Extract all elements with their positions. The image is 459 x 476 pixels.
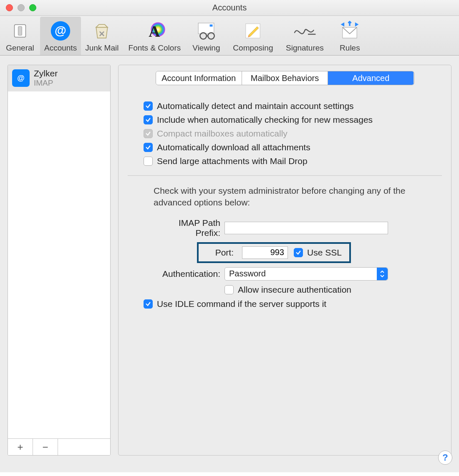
toolbar-item-viewing[interactable]: Viewing <box>186 17 226 55</box>
account-name: Zylker <box>34 68 58 78</box>
toolbar-item-junk-mail[interactable]: Junk Mail <box>81 17 123 55</box>
svg-text:@: @ <box>55 24 66 37</box>
check-include-checking[interactable]: Include when automatically checking for … <box>144 115 442 125</box>
port-ssl-highlight: Port: Use SSL <box>197 242 351 263</box>
signatures-icon <box>293 19 316 43</box>
unchecked-checkbox-icon <box>144 157 153 166</box>
close-window-button[interactable] <box>6 4 13 11</box>
authentication-select[interactable]: Password <box>224 267 388 281</box>
toolbar-item-label: Signatures <box>286 43 324 53</box>
imap-prefix-label: IMAP Path Prefix: <box>154 218 224 238</box>
divider <box>128 175 442 176</box>
imap-prefix-input[interactable] <box>224 222 388 234</box>
port-label: Port: <box>203 248 236 258</box>
account-tabs: Account Information Mailbox Behaviors Ad… <box>156 71 414 85</box>
minimize-window-button[interactable] <box>18 4 25 11</box>
checked-checkbox-disabled-icon <box>144 129 153 138</box>
rules-icon <box>338 19 361 43</box>
footer-spacer <box>58 439 110 455</box>
port-input[interactable] <box>242 246 288 259</box>
advanced-note: Check with your system administrator bef… <box>154 185 433 209</box>
updown-arrows-icon <box>377 268 388 280</box>
svg-text:A: A <box>149 23 160 40</box>
toolbar-item-fonts-colors[interactable]: A Fonts & Colors <box>123 17 186 55</box>
toolbar-item-signatures[interactable]: Signatures <box>280 17 330 55</box>
check-label: Use IDLE command if the server supports … <box>157 299 326 309</box>
allow-insecure-check[interactable]: Allow insecure authentication <box>224 285 351 295</box>
remove-account-button[interactable]: − <box>33 439 58 455</box>
viewing-icon <box>194 19 218 43</box>
toolbar-item-label: General <box>6 43 34 53</box>
check-auto-download[interactable]: Automatically download all attachments <box>144 142 442 152</box>
check-label: Send large attachments with Mail Drop <box>157 156 308 166</box>
accounts-sidebar: @ Zylker IMAP + − <box>8 65 111 456</box>
tab-account-information[interactable]: Account Information <box>156 71 242 85</box>
check-auto-detect[interactable]: Automatically detect and maintain accoun… <box>144 101 442 111</box>
add-account-button[interactable]: + <box>8 439 33 455</box>
check-label: Automatically download all attachments <box>157 142 310 152</box>
allow-insecure-row: Allow insecure authentication <box>154 285 442 295</box>
at-sign-icon: @ <box>12 69 30 87</box>
checked-checkbox-icon <box>144 143 153 152</box>
checked-checkbox-icon <box>144 299 153 309</box>
check-label: Automatically detect and maintain accoun… <box>157 101 354 111</box>
junk-mail-icon <box>90 19 113 43</box>
svg-rect-1 <box>18 27 22 35</box>
preferences-body: @ Zylker IMAP + − Account Information Ma… <box>0 56 459 472</box>
toolbar-item-accounts[interactable]: @ Accounts <box>40 17 81 55</box>
use-ssl-label: Use SSL <box>307 248 342 258</box>
question-mark-icon: ? <box>442 452 448 463</box>
titlebar: Accounts <box>0 0 459 16</box>
check-compact-mailboxes: Compact mailboxes automatically <box>144 129 442 139</box>
accounts-footer: + − <box>8 438 110 455</box>
at-sign-icon: @ <box>49 19 72 43</box>
check-label: Compact mailboxes automatically <box>157 129 288 139</box>
toolbar-item-label: Fonts & Colors <box>129 43 181 53</box>
composing-icon <box>241 19 265 43</box>
svg-text:@: @ <box>17 74 25 82</box>
toolbar-item-label: Rules <box>340 43 360 53</box>
checked-checkbox-icon <box>144 115 153 124</box>
account-settings-panel: Account Information Mailbox Behaviors Ad… <box>118 65 451 456</box>
authentication-row: Authentication: Password <box>154 267 442 281</box>
toolbar-item-label: Viewing <box>192 43 220 53</box>
imap-prefix-row: IMAP Path Prefix: <box>154 218 442 238</box>
tab-mailbox-behaviors[interactable]: Mailbox Behaviors <box>242 71 328 85</box>
check-mail-drop[interactable]: Send large attachments with Mail Drop <box>144 156 442 166</box>
traffic-lights <box>6 4 36 11</box>
preferences-toolbar: General @ Accounts Junk Mail <box>0 16 459 56</box>
port-row: Port: Use SSL <box>154 242 442 263</box>
account-type: IMAP <box>34 78 58 88</box>
checked-checkbox-icon <box>144 101 153 111</box>
toolbar-item-label: Accounts <box>44 43 77 53</box>
svg-rect-9 <box>210 25 213 27</box>
checked-checkbox-icon <box>294 248 303 257</box>
tab-advanced[interactable]: Advanced <box>328 71 414 85</box>
toolbar-item-composing[interactable]: Composing <box>226 17 280 55</box>
authentication-label: Authentication: <box>154 269 224 279</box>
minus-icon: − <box>42 441 48 453</box>
toolbar-item-rules[interactable]: Rules <box>330 17 370 55</box>
toolbar-item-label: Junk Mail <box>85 43 119 53</box>
window-title: Accounts <box>0 3 459 13</box>
unchecked-checkbox-icon <box>224 285 234 294</box>
toolbar-item-label: Composing <box>233 43 273 53</box>
zoom-window-button[interactable] <box>29 4 36 11</box>
fonts-colors-icon: A <box>143 19 166 43</box>
check-use-idle[interactable]: Use IDLE command if the server supports … <box>144 299 442 309</box>
check-label: Include when automatically checking for … <box>157 115 373 125</box>
help-button[interactable]: ? <box>438 451 452 465</box>
use-ssl-check[interactable]: Use SSL <box>294 248 342 258</box>
toolbar-item-general[interactable]: General <box>0 17 40 55</box>
account-row[interactable]: @ Zylker IMAP <box>8 65 110 91</box>
general-icon <box>8 19 32 43</box>
allow-insecure-label: Allow insecure authentication <box>238 285 351 295</box>
authentication-value: Password <box>229 269 266 279</box>
plus-icon: + <box>17 441 23 453</box>
accounts-spacer <box>8 91 110 438</box>
